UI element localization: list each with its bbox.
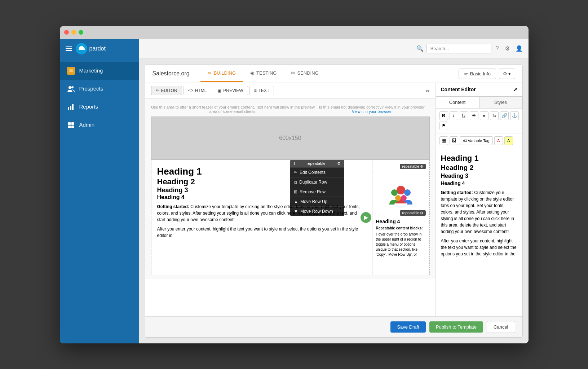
maximize-button[interactable] [79,30,83,35]
sidebar-nav: ✉ Marketing Prospects [60,59,139,343]
content-tab[interactable]: Content [436,96,479,108]
sidebar-item-reports-label: Reports [79,104,98,110]
pardot-label: pardot [89,45,106,52]
styles-tab[interactable]: Styles [479,96,522,108]
html-tab-button[interactable]: <> HTML [184,86,212,95]
user-icon[interactable]: 👤 [516,45,523,52]
pardot-logo: pardot [76,43,106,54]
context-move-up[interactable]: ▲ Move Row Up [290,197,344,206]
preview-tab-button[interactable]: ▣ PREVIEW [213,86,248,95]
expand-content-editor-icon[interactable]: ⤢ [513,87,517,92]
tab-building[interactable]: ✏ BUILDING [200,65,243,82]
save-draft-button[interactable]: Save Draft [390,321,425,333]
preview-heading1: Heading 1 [441,153,517,164]
minimize-button[interactable] [71,30,76,35]
cancel-button[interactable]: Cancel [487,321,515,333]
expand-button[interactable]: ⇔ [425,88,430,93]
search-input[interactable] [426,44,491,53]
publish-button[interactable]: Publish to Template [429,321,483,333]
svg-point-4 [71,86,74,88]
banner-size-label: 600x150 [279,135,301,141]
sidebar-item-reports[interactable]: Reports [60,98,139,116]
sidebar-item-marketing-label: Marketing [79,67,103,74]
font-color-button[interactable]: A [494,136,503,145]
hint-right-text: Is this email not displaying correctly? … [315,105,429,114]
duplicate-icon: ⧉ [294,180,297,185]
reports-icon [67,103,75,111]
tab-sending[interactable]: ✉ SENDING [284,65,326,82]
main-area: 🔍 ? ⚙ 👤 Salesforce.org [139,39,529,343]
variable-tag-button[interactable]: 🏷 Variable Tag [460,136,493,145]
flag-button[interactable]: ⚑ [439,122,448,130]
preview-heading2: Heading 2 [441,163,517,172]
svg-point-14 [404,189,411,196]
context-duplicate-row[interactable]: ⧉ Duplicate Row [290,177,344,187]
prospects-icon [67,85,75,93]
preview-gs-text: Customize your template by clicking on t… [441,190,514,234]
svg-point-15 [395,195,401,201]
close-button[interactable] [64,30,69,35]
table-button[interactable]: ▦ [439,136,448,145]
svg-rect-0 [66,46,72,47]
edit-label: Edit Contents [300,170,326,175]
context-menu: f repeatable ⚙ ✏ Edit Contents [290,160,344,216]
remove-icon: ⊠ [294,189,297,194]
strikethrough-button[interactable]: S [470,111,478,120]
context-edit-contents[interactable]: ✏ Edit Contents [290,167,344,177]
sidebar-item-prospects-label: Prospects [79,85,103,92]
content-editor-title: Content Editor [441,87,476,92]
image-button[interactable]: 🖼 [450,136,458,145]
text-tab-icon: ≡ [254,88,257,93]
sidebar-item-marketing[interactable]: ✉ Marketing [60,62,139,80]
sidebar-item-admin[interactable]: Admin [60,116,139,134]
link-button[interactable]: 🔗 [500,111,509,120]
content-area: Salesforce.org ✏ BUILDING ◉ TESTING [139,59,529,343]
underline-button[interactable]: U [460,111,468,120]
clearformat-button[interactable]: Tx [490,111,499,120]
preview-getting-started: Getting started: Customize your template… [441,189,517,235]
context-menu-header: f repeatable ⚙ [290,160,344,167]
side-image-area [376,180,426,209]
preview-heading4: Heading 4 [441,180,517,186]
italic-button[interactable]: I [450,111,458,120]
highlight-button[interactable]: A [504,136,513,145]
view-in-browser-link[interactable]: View it in your browser. [352,109,393,114]
sidebar-header: pardot [60,39,139,59]
side-repeatable-strong: Repeatable content blocks: [376,226,423,230]
anchor-button[interactable]: ⚓ [510,111,519,120]
editor-tab-button[interactable]: ✏ EDITOR [151,86,182,95]
preview-after-text: After you enter your content, highlight … [441,238,517,257]
sidebar-item-prospects[interactable]: Prospects [60,80,139,98]
hamburger-icon[interactable] [66,45,72,53]
tab-testing[interactable]: ◉ TESTING [243,65,284,82]
svg-point-12 [397,186,405,194]
after-paragraph: After you enter your content, highlight … [157,226,366,239]
settings-dropdown-button[interactable]: ⚙ ▾ [499,69,515,79]
preview-tab-icon: ▣ [217,88,221,93]
repeatable-header-label: repeatable [307,161,326,166]
svg-point-3 [68,86,71,89]
nav-icons: ? ⚙ 👤 [496,45,523,52]
tab-actions: ✏ Basic Info ⚙ ▾ [459,69,515,79]
arrow-nav-button[interactable]: ▶ [361,212,371,223]
text-tab-label: TEXT [258,88,270,93]
tab-bar: Salesforce.org ✏ BUILDING ◉ TESTING [145,65,522,83]
preview-tab-label: PREVIEW [223,88,243,93]
help-icon[interactable]: ? [496,45,499,52]
svg-rect-6 [70,106,71,110]
basic-info-button[interactable]: ✏ Basic Info [459,69,496,79]
search-icon: 🔍 [416,45,424,52]
text-tab-button[interactable]: ≡ TEXT [249,86,274,95]
titlebar [60,26,529,39]
bold-button[interactable]: B [439,111,448,120]
testing-tab-icon: ◉ [250,70,254,76]
sending-tab-label: SENDING [297,70,318,76]
getting-started-label: Getting started: [157,204,189,209]
settings-icon[interactable]: ⚙ [505,45,510,52]
context-remove-row[interactable]: ⊠ Remove Row [290,187,344,197]
app-window: pardot ✉ Marketing [60,26,529,343]
list-button[interactable]: ≡ [480,111,488,120]
editor-tab-label: EDITOR [161,88,177,93]
email-content-row: Heading 1 Heading 2 Heading 3 Heading 4 … [151,160,430,275]
context-move-down[interactable]: ▼ Move Row Down [290,206,344,216]
